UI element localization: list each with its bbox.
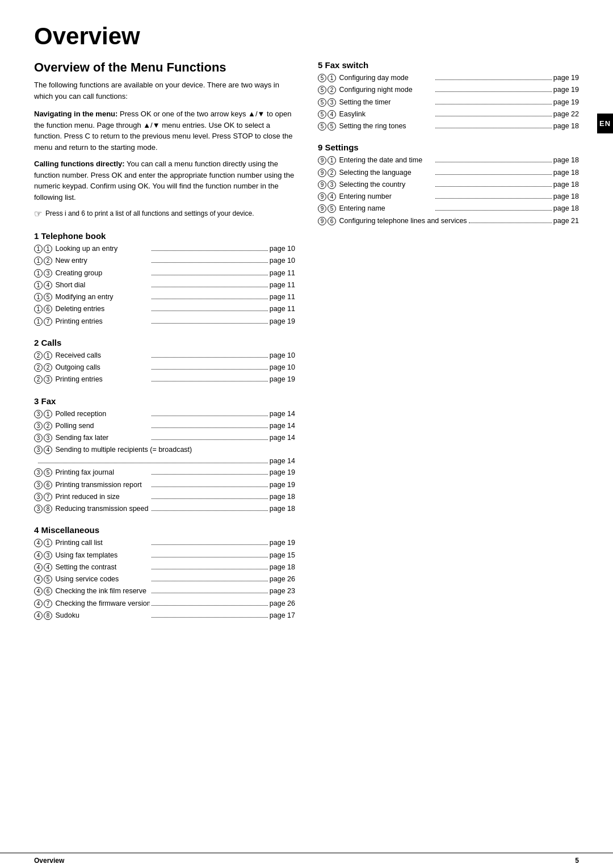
- page-ref: page 18: [553, 179, 579, 191]
- page-title: Overview: [34, 23, 579, 50]
- item-label: 38 Reducing transmission speed: [34, 503, 150, 515]
- note-icon: ☞: [34, 207, 42, 221]
- item-label: 17 Printing entries: [34, 316, 150, 328]
- note-text: Press i and 6 to print a list of all fun…: [45, 208, 254, 219]
- menu2-title: 2 Calls: [34, 338, 295, 347]
- list-item: 92 Selecting the language page 18: [318, 167, 579, 179]
- footer: Overview 5: [0, 853, 613, 868]
- page-ref: page 10: [270, 243, 295, 255]
- list-item: 14 Short dial page 11: [34, 279, 295, 291]
- list-item: 55 Setting the ring tones page 18: [318, 120, 579, 132]
- item-label: 93 Selecting the country: [318, 179, 434, 191]
- item-label: 46 Checking the ink film reserve: [34, 585, 150, 597]
- page-ref: page 19: [270, 316, 295, 328]
- list-item: 17 Printing entries page 19: [34, 316, 295, 328]
- menu5-title: 5 Fax switch: [318, 60, 579, 70]
- item-label: 15 Modifying an entry: [34, 291, 150, 303]
- item-row: 96 Configuring telephone lines and servi…: [318, 215, 579, 227]
- list-item: 44 Setting the contrast page 18: [34, 561, 295, 573]
- menu1-title: 1 Telephone book: [34, 231, 295, 241]
- list-item: 11 Looking up an entry page 10: [34, 243, 295, 255]
- page-ref: page 10: [270, 362, 295, 374]
- note-line: ☞ Press i and 6 to print a list of all f…: [34, 208, 295, 221]
- para1-bold: Navigating in the menu:: [34, 110, 117, 118]
- list-item: 47 Checking the firmware version page 26: [34, 598, 295, 610]
- list-item: 13 Creating group page 11: [34, 267, 295, 279]
- two-column-layout: Overview of the Menu Functions The follo…: [34, 60, 579, 624]
- page-ref: page 18: [553, 154, 579, 166]
- menu-section-4: 4 Miscellaneous 41 Printing call list pa…: [34, 525, 295, 622]
- page-ref: page 26: [270, 598, 295, 610]
- item-label: 13 Creating group: [34, 267, 150, 279]
- item-label: 43 Using fax templates: [34, 550, 150, 561]
- page-ref: page 19: [553, 72, 579, 84]
- page-ref: page 18: [270, 561, 295, 573]
- page-ref: page 14: [270, 455, 295, 467]
- item-label: 31 Polled reception: [34, 408, 150, 420]
- page-ref: page 11: [270, 279, 295, 291]
- item-label: 95 Entering name: [318, 203, 434, 215]
- list-item: 53 Setting the timer page 19: [318, 97, 579, 108]
- item-label: 48 Sudoku: [34, 610, 150, 622]
- page-ref: page 11: [270, 267, 295, 279]
- page-ref: page 18: [270, 491, 295, 503]
- page-ref: page 26: [270, 573, 295, 585]
- list-item: 32 Polling send page 14: [34, 420, 295, 432]
- page-ref: page 18: [553, 203, 579, 215]
- item-label: 53 Setting the timer: [318, 97, 434, 108]
- item-continuation: page 14: [34, 455, 295, 467]
- page-ref: page 14: [270, 408, 295, 420]
- list-item: 33 Sending fax later page 14: [34, 432, 295, 444]
- list-item: 43 Using fax templates page 15: [34, 550, 295, 561]
- list-item: 36 Printing transmission report page 19: [34, 479, 295, 491]
- list-item: 21 Received calls page 10: [34, 350, 295, 362]
- list-item: 35 Printing fax journal page 19: [34, 467, 295, 479]
- item-label: 94 Entering number: [318, 191, 434, 203]
- list-item: 23 Printing entries page 19: [34, 374, 295, 385]
- item-label: 92 Selecting the language: [318, 167, 434, 179]
- page-ref: page 18: [270, 503, 295, 515]
- list-item: 45 Using service codes page 26: [34, 573, 295, 585]
- menu-section-1: 1 Telephone book 11 Looking up an entry …: [34, 231, 295, 328]
- page-ref: page 23: [270, 585, 295, 597]
- page-ref: page 14: [270, 420, 295, 432]
- page-ref: page 19: [270, 467, 295, 479]
- list-item: 51 Configuring day mode page 19: [318, 72, 579, 84]
- para2-bold: Calling functions directly:: [34, 160, 125, 168]
- item-label: 96 Configuring telephone lines and servi…: [318, 215, 467, 227]
- item-label: 52 Configuring night mode: [318, 84, 434, 96]
- menu-section-3: 3 Fax 31 Polled reception page 14 32 Pol…: [34, 396, 295, 515]
- item-label: 91 Entering the date and time: [318, 154, 434, 166]
- item-label: 45 Using service codes: [34, 573, 150, 585]
- page-ref: page 18: [553, 167, 579, 179]
- item-row: 34 Sending to multiple recipients (= bro…: [34, 444, 295, 455]
- left-column: Overview of the Menu Functions The follo…: [34, 60, 295, 624]
- list-item: 46 Checking the ink film reserve page 23: [34, 585, 295, 597]
- footer-right: 5: [575, 857, 579, 865]
- item-label: 36 Printing transmission report: [34, 479, 150, 491]
- item-label: 37 Print reduced in size: [34, 491, 150, 503]
- item-label: 22 Outgoing calls: [34, 362, 150, 374]
- list-item: 31 Polled reception page 14: [34, 408, 295, 420]
- item-label: 54 Easylink: [318, 108, 434, 120]
- menu4-title: 4 Miscellaneous: [34, 525, 295, 535]
- page-ref: page 14: [270, 432, 295, 444]
- page-ref: page 22: [553, 108, 579, 120]
- list-item: 95 Entering name page 18: [318, 203, 579, 215]
- page-ref: page 15: [270, 550, 295, 561]
- item-label: 44 Setting the contrast: [34, 561, 150, 573]
- page-ref: page 11: [270, 303, 295, 315]
- list-item: 93 Selecting the country page 18: [318, 179, 579, 191]
- menu9-title: 9 Settings: [318, 142, 579, 152]
- item-label: 11 Looking up an entry: [34, 243, 150, 255]
- para2: Calling functions directly: You can call…: [34, 158, 295, 203]
- item-label: 35 Printing fax journal: [34, 467, 150, 479]
- list-item: 54 Easylink page 22: [318, 108, 579, 120]
- item-label: 12 New entry: [34, 255, 150, 267]
- content-area: Overview Overview of the Menu Functions …: [0, 0, 613, 853]
- page-ref: page 18: [553, 191, 579, 203]
- menu3-title: 3 Fax: [34, 396, 295, 406]
- item-label: 16 Deleting entries: [34, 303, 150, 315]
- item-label: 32 Polling send: [34, 420, 150, 432]
- para1: Navigating in the menu: Press OK or one …: [34, 108, 295, 153]
